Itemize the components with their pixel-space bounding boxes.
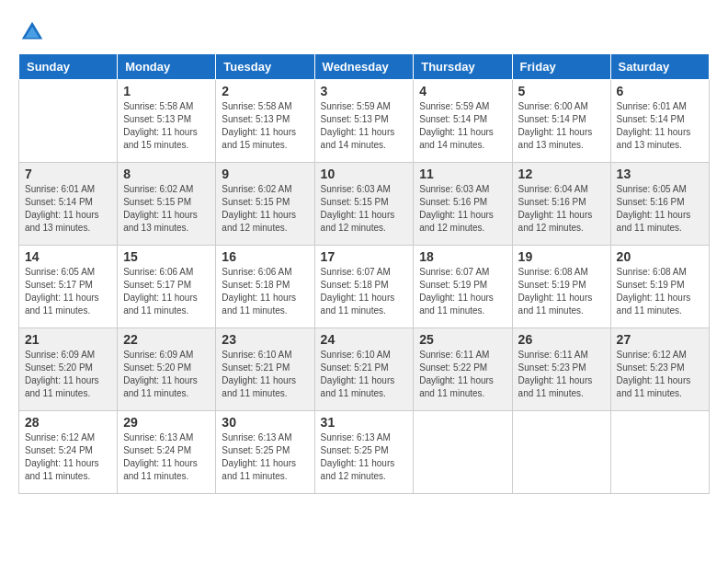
day-number: 31 (321, 415, 408, 430)
day-info: Sunrise: 6:02 AMSunset: 5:15 PMDaylight:… (123, 183, 210, 235)
calendar-cell: 16Sunrise: 6:06 AMSunset: 5:18 PMDayligh… (216, 246, 314, 328)
calendar-cell (610, 411, 709, 494)
day-info: Sunrise: 6:01 AMSunset: 5:14 PMDaylight:… (617, 100, 703, 152)
day-number: 6 (617, 84, 703, 98)
weekday-header-monday: Monday (118, 54, 216, 80)
day-number: 10 (321, 167, 408, 181)
calendar-cell: 11Sunrise: 6:03 AMSunset: 5:16 PMDayligh… (414, 163, 512, 246)
day-number: 17 (321, 249, 408, 264)
day-number: 24 (321, 332, 408, 347)
day-info: Sunrise: 5:58 AMSunset: 5:13 PMDaylight:… (123, 100, 210, 152)
day-info: Sunrise: 6:03 AMSunset: 5:15 PMDaylight:… (321, 183, 408, 235)
calendar-cell: 2Sunrise: 5:58 AMSunset: 5:13 PMDaylight… (216, 80, 314, 163)
calendar-cell: 14Sunrise: 6:05 AMSunset: 5:17 PMDayligh… (19, 246, 118, 328)
day-info: Sunrise: 6:07 AMSunset: 5:18 PMDaylight:… (321, 266, 408, 317)
day-info: Sunrise: 6:06 AMSunset: 5:17 PMDaylight:… (123, 266, 210, 317)
day-info: Sunrise: 6:11 AMSunset: 5:22 PMDaylight:… (419, 349, 506, 400)
day-info: Sunrise: 6:08 AMSunset: 5:19 PMDaylight:… (617, 266, 703, 317)
day-info: Sunrise: 6:05 AMSunset: 5:16 PMDaylight:… (617, 183, 703, 235)
page-header (18, 18, 710, 46)
day-number: 30 (222, 415, 308, 430)
day-number: 15 (123, 249, 210, 264)
weekday-header-saturday: Saturday (610, 54, 709, 80)
day-info: Sunrise: 6:04 AMSunset: 5:16 PMDaylight:… (518, 183, 605, 235)
day-number: 5 (518, 84, 605, 98)
day-info: Sunrise: 6:12 AMSunset: 5:23 PMDaylight:… (617, 349, 703, 400)
calendar-cell (512, 411, 610, 494)
day-number: 27 (617, 332, 703, 347)
day-info: Sunrise: 6:10 AMSunset: 5:21 PMDaylight:… (321, 349, 408, 400)
day-info: Sunrise: 5:59 AMSunset: 5:14 PMDaylight:… (419, 100, 506, 152)
calendar-cell: 26Sunrise: 6:11 AMSunset: 5:23 PMDayligh… (512, 328, 610, 411)
day-info: Sunrise: 6:13 AMSunset: 5:24 PMDaylight:… (123, 431, 210, 483)
weekday-header-sunday: Sunday (19, 54, 118, 80)
day-info: Sunrise: 6:08 AMSunset: 5:19 PMDaylight:… (518, 266, 605, 317)
day-number: 18 (419, 249, 506, 264)
day-info: Sunrise: 6:11 AMSunset: 5:23 PMDaylight:… (518, 349, 605, 400)
day-number: 20 (617, 249, 703, 264)
day-number: 11 (419, 167, 506, 181)
weekday-header-wednesday: Wednesday (314, 54, 414, 80)
day-number: 3 (321, 84, 408, 98)
day-number: 2 (222, 84, 308, 98)
calendar-cell: 20Sunrise: 6:08 AMSunset: 5:19 PMDayligh… (610, 246, 709, 328)
day-info: Sunrise: 6:01 AMSunset: 5:14 PMDaylight:… (25, 183, 111, 235)
calendar-cell: 27Sunrise: 6:12 AMSunset: 5:23 PMDayligh… (610, 328, 709, 411)
calendar-cell: 18Sunrise: 6:07 AMSunset: 5:19 PMDayligh… (414, 246, 512, 328)
logo (18, 18, 50, 46)
day-info: Sunrise: 6:00 AMSunset: 5:14 PMDaylight:… (518, 100, 605, 152)
day-number: 22 (123, 332, 210, 347)
day-info: Sunrise: 6:05 AMSunset: 5:17 PMDaylight:… (25, 266, 111, 317)
calendar-cell: 19Sunrise: 6:08 AMSunset: 5:19 PMDayligh… (512, 246, 610, 328)
calendar-cell: 30Sunrise: 6:13 AMSunset: 5:25 PMDayligh… (216, 411, 314, 494)
calendar-cell: 15Sunrise: 6:06 AMSunset: 5:17 PMDayligh… (118, 246, 216, 328)
calendar-cell: 25Sunrise: 6:11 AMSunset: 5:22 PMDayligh… (414, 328, 512, 411)
day-info: Sunrise: 5:58 AMSunset: 5:13 PMDaylight:… (222, 100, 308, 152)
day-number: 1 (123, 84, 210, 98)
day-number: 19 (518, 249, 605, 264)
calendar-table: SundayMondayTuesdayWednesdayThursdayFrid… (18, 53, 710, 494)
logo-icon (18, 18, 46, 46)
calendar-cell: 24Sunrise: 6:10 AMSunset: 5:21 PMDayligh… (314, 328, 414, 411)
day-number: 21 (25, 332, 111, 347)
calendar-cell: 28Sunrise: 6:12 AMSunset: 5:24 PMDayligh… (19, 411, 118, 494)
calendar-cell: 22Sunrise: 6:09 AMSunset: 5:20 PMDayligh… (118, 328, 216, 411)
day-info: Sunrise: 6:03 AMSunset: 5:16 PMDaylight:… (419, 183, 506, 235)
calendar-cell: 10Sunrise: 6:03 AMSunset: 5:15 PMDayligh… (314, 163, 414, 246)
day-number: 12 (518, 167, 605, 181)
day-number: 25 (419, 332, 506, 347)
day-number: 8 (123, 167, 210, 181)
calendar-cell: 1Sunrise: 5:58 AMSunset: 5:13 PMDaylight… (118, 80, 216, 163)
calendar-cell: 13Sunrise: 6:05 AMSunset: 5:16 PMDayligh… (610, 163, 709, 246)
day-info: Sunrise: 6:09 AMSunset: 5:20 PMDaylight:… (123, 349, 210, 400)
day-number: 7 (25, 167, 111, 181)
day-info: Sunrise: 6:07 AMSunset: 5:19 PMDaylight:… (419, 266, 506, 317)
day-info: Sunrise: 6:09 AMSunset: 5:20 PMDaylight:… (25, 349, 111, 400)
calendar-cell: 29Sunrise: 6:13 AMSunset: 5:24 PMDayligh… (118, 411, 216, 494)
day-info: Sunrise: 6:10 AMSunset: 5:21 PMDaylight:… (222, 349, 308, 400)
day-info: Sunrise: 6:06 AMSunset: 5:18 PMDaylight:… (222, 266, 308, 317)
day-number: 13 (617, 167, 703, 181)
calendar-week-5: 28Sunrise: 6:12 AMSunset: 5:24 PMDayligh… (19, 411, 710, 494)
day-number: 28 (25, 415, 111, 430)
day-number: 23 (222, 332, 308, 347)
weekday-header-thursday: Thursday (414, 54, 512, 80)
day-info: Sunrise: 6:12 AMSunset: 5:24 PMDaylight:… (25, 431, 111, 483)
day-info: Sunrise: 6:13 AMSunset: 5:25 PMDaylight:… (321, 431, 408, 483)
calendar-cell: 23Sunrise: 6:10 AMSunset: 5:21 PMDayligh… (216, 328, 314, 411)
day-info: Sunrise: 6:02 AMSunset: 5:15 PMDaylight:… (222, 183, 308, 235)
day-info: Sunrise: 6:13 AMSunset: 5:25 PMDaylight:… (222, 431, 308, 483)
calendar-cell: 4Sunrise: 5:59 AMSunset: 5:14 PMDaylight… (414, 80, 512, 163)
calendar-cell: 12Sunrise: 6:04 AMSunset: 5:16 PMDayligh… (512, 163, 610, 246)
day-number: 29 (123, 415, 210, 430)
day-number: 26 (518, 332, 605, 347)
day-number: 4 (419, 84, 506, 98)
calendar-cell: 7Sunrise: 6:01 AMSunset: 5:14 PMDaylight… (19, 163, 118, 246)
calendar-week-1: 1Sunrise: 5:58 AMSunset: 5:13 PMDaylight… (19, 80, 710, 163)
calendar-cell: 6Sunrise: 6:01 AMSunset: 5:14 PMDaylight… (610, 80, 709, 163)
weekday-header-row: SundayMondayTuesdayWednesdayThursdayFrid… (19, 54, 710, 80)
day-number: 9 (222, 167, 308, 181)
calendar-cell: 3Sunrise: 5:59 AMSunset: 5:13 PMDaylight… (314, 80, 414, 163)
calendar-week-4: 21Sunrise: 6:09 AMSunset: 5:20 PMDayligh… (19, 328, 710, 411)
calendar-week-3: 14Sunrise: 6:05 AMSunset: 5:17 PMDayligh… (19, 246, 710, 328)
